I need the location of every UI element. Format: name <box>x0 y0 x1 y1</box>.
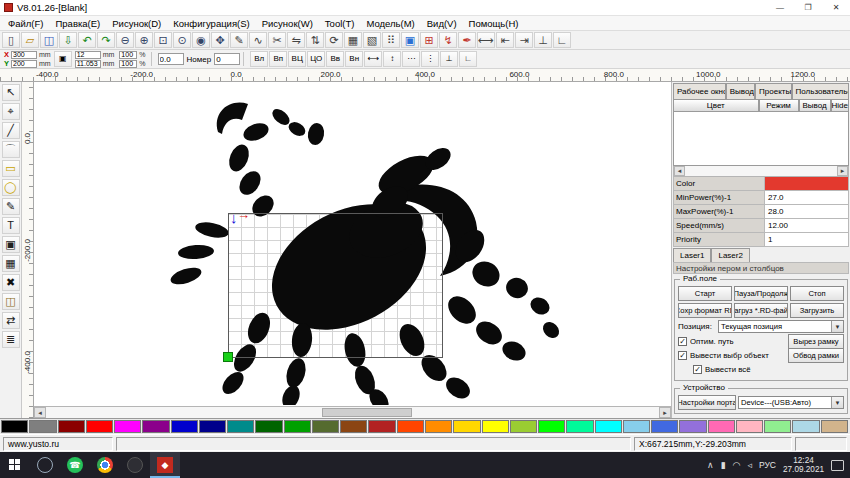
align-center-page-button[interactable]: ЦО <box>307 51 325 67</box>
palette-swatch[interactable] <box>566 420 593 433</box>
output-all-checkbox[interactable]: ✓ <box>693 365 702 374</box>
open-file-icon[interactable]: ▱ <box>21 32 39 48</box>
palette-swatch[interactable] <box>199 420 226 433</box>
stop-button[interactable]: Стоп <box>790 286 844 301</box>
network-icon[interactable]: ◠ <box>733 460 741 470</box>
palette-swatch[interactable] <box>821 420 848 433</box>
layer-color-swatch[interactable] <box>765 177 849 191</box>
palette-swatch[interactable] <box>651 420 678 433</box>
menu-item[interactable]: Tool(T) <box>319 18 361 29</box>
output-order-tool[interactable]: ≣ <box>2 331 20 348</box>
scroll-track[interactable] <box>46 407 659 418</box>
layer-column-header[interactable]: Hide <box>831 99 849 112</box>
same-width-button[interactable]: ⟷ <box>364 51 382 67</box>
panel-tab[interactable]: Рабочее окно <box>673 83 726 99</box>
scroll-left-arrow[interactable]: ◂ <box>34 407 46 418</box>
palette-swatch[interactable] <box>284 420 311 433</box>
select-tool[interactable]: ↖ <box>2 84 20 101</box>
layer-column-header[interactable]: Цвет <box>673 99 759 112</box>
palette-swatch[interactable] <box>255 420 282 433</box>
datum-corner-icon[interactable]: ∟ <box>553 32 571 48</box>
start-button[interactable]: Старт <box>678 286 732 301</box>
palette-swatch[interactable] <box>340 420 367 433</box>
align-right-button[interactable]: Вп <box>269 51 287 67</box>
language-indicator[interactable]: РУС <box>759 460 776 470</box>
laser-tab[interactable]: Laser1 <box>673 248 711 262</box>
scroll-left-arrow[interactable]: ◂ <box>674 166 685 176</box>
notification-center-icon[interactable] <box>831 460 844 471</box>
param-value[interactable]: 1 <box>765 233 849 247</box>
scroll-thumb[interactable] <box>322 408 412 417</box>
undo-icon[interactable]: ↶ <box>78 32 96 48</box>
delete-tool[interactable]: ✖ <box>2 274 20 291</box>
menu-item[interactable]: Правка(E) <box>50 18 107 29</box>
align-top-button[interactable]: Вв <box>326 51 344 67</box>
align-bottom-button[interactable]: Вн <box>345 51 363 67</box>
palette-swatch[interactable] <box>679 420 706 433</box>
measure-icon[interactable]: ⟷ <box>477 32 495 48</box>
download-button[interactable]: Загрузить <box>790 303 844 318</box>
align-left-button[interactable]: Вл <box>250 51 268 67</box>
line-tool[interactable]: ╱ <box>2 122 20 139</box>
taskbar-app-cortana[interactable] <box>30 452 60 478</box>
taskbar-app-rdworks[interactable]: ◆ <box>150 452 180 478</box>
drawing-canvas[interactable]: ↓ → <box>34 82 671 406</box>
rotate-icon[interactable]: ⟳ <box>325 32 343 48</box>
array-copy-icon[interactable]: ⠿ <box>382 32 400 48</box>
maximize-button[interactable]: ❐ <box>794 0 822 15</box>
menu-item[interactable]: Вид(V) <box>421 18 463 29</box>
zoom-in-icon[interactable]: ⊕ <box>135 32 153 48</box>
palette-swatch[interactable] <box>86 420 113 433</box>
panel-tab[interactable]: Пользовательс <box>792 83 849 99</box>
origin-button[interactable]: ∟ <box>459 51 477 67</box>
new-file-icon[interactable]: ▯ <box>2 32 20 48</box>
distribute-h-button[interactable]: ⋯ <box>402 51 420 67</box>
palette-swatch[interactable] <box>792 420 819 433</box>
node-edit-icon[interactable]: ✎ <box>230 32 248 48</box>
crab-artwork[interactable] <box>34 82 670 405</box>
minimize-button[interactable]: — <box>766 0 794 15</box>
layer-column-header[interactable]: Вывод <box>799 99 831 112</box>
port-settings-button[interactable]: Настройки порта <box>678 395 736 410</box>
load-rd-button[interactable]: Загруз *.RD-файл <box>734 303 788 318</box>
palette-swatch[interactable] <box>312 420 339 433</box>
park-position-button[interactable]: ⊥ <box>440 51 458 67</box>
chevron-down-icon[interactable]: ▼ <box>831 321 843 332</box>
pause-button[interactable]: Пауза/Продолж <box>734 286 788 301</box>
width-input[interactable] <box>75 51 101 59</box>
menu-item[interactable]: Помощь(H) <box>463 18 525 29</box>
menu-item[interactable]: Рисунок(W) <box>256 18 319 29</box>
ungroup-icon[interactable]: ▧ <box>363 32 381 48</box>
mirror-vertical-icon[interactable]: ⇅ <box>306 32 324 48</box>
scale-x-input[interactable] <box>119 51 137 59</box>
preview-monitor-icon[interactable]: ▣ <box>401 32 419 48</box>
palette-swatch[interactable] <box>142 420 169 433</box>
node-edit-tool[interactable]: ⌖ <box>2 103 20 120</box>
rectangle-tool[interactable]: ▭ <box>2 160 20 177</box>
layer-list[interactable] <box>673 112 849 166</box>
align-horizontal-icon[interactable]: ⇤ <box>496 32 514 48</box>
layer-column-header[interactable]: Режим <box>759 99 799 112</box>
curve-smooth-icon[interactable]: ∿ <box>249 32 267 48</box>
rotate-angle-input[interactable] <box>158 53 184 65</box>
palette-swatch[interactable] <box>538 420 565 433</box>
array-tool[interactable]: ▦ <box>2 255 20 272</box>
palette-swatch[interactable] <box>595 420 622 433</box>
param-value[interactable]: 12.00 <box>765 219 849 233</box>
panel-tab[interactable]: Вывод <box>726 83 755 99</box>
mirror-horizontal-icon[interactable]: ⇋ <box>287 32 305 48</box>
pan-view-icon[interactable]: ✥ <box>211 32 229 48</box>
group-icon[interactable]: ▦ <box>344 32 362 48</box>
cut-frame-button[interactable]: Вырез рамку <box>788 334 844 349</box>
mirror-tool[interactable]: ⇄ <box>2 312 20 329</box>
start-button[interactable] <box>0 452 30 478</box>
param-value[interactable]: 27.0 <box>765 191 849 205</box>
pen-tool[interactable]: ✎ <box>2 198 20 215</box>
height-input[interactable] <box>75 60 101 68</box>
menu-item[interactable]: Рисунок(D) <box>106 18 167 29</box>
material-test-icon[interactable]: ⊞ <box>420 32 438 48</box>
lock-ratio-icon[interactable]: ▣ <box>54 51 72 67</box>
save-rd-button[interactable]: Сохр формат RD <box>678 303 732 318</box>
zoom-all-icon[interactable]: ⊙ <box>173 32 191 48</box>
selection-anchor-handle[interactable] <box>223 352 233 362</box>
